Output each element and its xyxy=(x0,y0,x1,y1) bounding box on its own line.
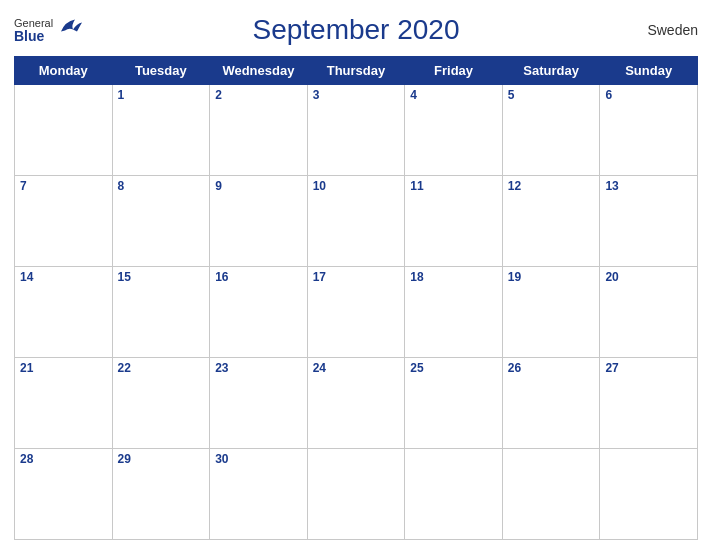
day-number: 11 xyxy=(410,179,423,193)
calendar-day-cell xyxy=(307,449,405,540)
logo-bird-icon xyxy=(55,18,83,36)
calendar-day-cell: 9 xyxy=(210,176,308,267)
calendar-day-cell: 24 xyxy=(307,358,405,449)
calendar-page: General Blue September 2020 Sweden Monda… xyxy=(0,0,712,550)
calendar-day-cell: 27 xyxy=(600,358,698,449)
day-number: 10 xyxy=(313,179,326,193)
calendar-day-cell: 18 xyxy=(405,267,503,358)
calendar-body: 1234567891011121314151617181920212223242… xyxy=(15,85,698,540)
weekday-wednesday: Wednesday xyxy=(210,57,308,85)
day-number: 21 xyxy=(20,361,33,375)
weekday-friday: Friday xyxy=(405,57,503,85)
calendar-day-cell xyxy=(600,449,698,540)
day-number: 18 xyxy=(410,270,423,284)
calendar-day-cell: 8 xyxy=(112,176,210,267)
logo-blue-text: Blue xyxy=(14,29,53,43)
calendar-day-cell: 11 xyxy=(405,176,503,267)
calendar-day-cell xyxy=(405,449,503,540)
day-number: 5 xyxy=(508,88,515,102)
weekday-sunday: Sunday xyxy=(600,57,698,85)
day-number: 13 xyxy=(605,179,618,193)
calendar-day-cell: 16 xyxy=(210,267,308,358)
calendar-day-cell: 12 xyxy=(502,176,600,267)
calendar-day-cell: 22 xyxy=(112,358,210,449)
day-number: 28 xyxy=(20,452,33,466)
day-number: 22 xyxy=(118,361,131,375)
calendar-day-cell xyxy=(502,449,600,540)
weekday-tuesday: Tuesday xyxy=(112,57,210,85)
day-number: 9 xyxy=(215,179,222,193)
calendar-day-cell: 1 xyxy=(112,85,210,176)
day-number: 8 xyxy=(118,179,125,193)
calendar-day-cell: 19 xyxy=(502,267,600,358)
day-number: 7 xyxy=(20,179,27,193)
calendar-day-cell: 21 xyxy=(15,358,113,449)
calendar-day-cell: 30 xyxy=(210,449,308,540)
calendar-day-cell: 10 xyxy=(307,176,405,267)
calendar-week-row: 14151617181920 xyxy=(15,267,698,358)
day-number: 14 xyxy=(20,270,33,284)
calendar-title: September 2020 xyxy=(252,14,459,46)
calendar-week-row: 123456 xyxy=(15,85,698,176)
calendar-table: Monday Tuesday Wednesday Thursday Friday… xyxy=(14,56,698,540)
calendar-header-row: Monday Tuesday Wednesday Thursday Friday… xyxy=(15,57,698,85)
calendar-day-cell: 23 xyxy=(210,358,308,449)
calendar-day-cell: 4 xyxy=(405,85,503,176)
weekday-monday: Monday xyxy=(15,57,113,85)
weekday-header-row: Monday Tuesday Wednesday Thursday Friday… xyxy=(15,57,698,85)
day-number: 6 xyxy=(605,88,612,102)
calendar-week-row: 78910111213 xyxy=(15,176,698,267)
day-number: 1 xyxy=(118,88,125,102)
calendar-day-cell xyxy=(15,85,113,176)
day-number: 12 xyxy=(508,179,521,193)
day-number: 2 xyxy=(215,88,222,102)
day-number: 30 xyxy=(215,452,228,466)
calendar-day-cell: 25 xyxy=(405,358,503,449)
calendar-day-cell: 17 xyxy=(307,267,405,358)
day-number: 20 xyxy=(605,270,618,284)
day-number: 26 xyxy=(508,361,521,375)
day-number: 17 xyxy=(313,270,326,284)
calendar-day-cell: 3 xyxy=(307,85,405,176)
generalblue-logo: General Blue xyxy=(14,18,83,43)
day-number: 3 xyxy=(313,88,320,102)
day-number: 19 xyxy=(508,270,521,284)
weekday-saturday: Saturday xyxy=(502,57,600,85)
calendar-day-cell: 29 xyxy=(112,449,210,540)
day-number: 24 xyxy=(313,361,326,375)
calendar-day-cell: 14 xyxy=(15,267,113,358)
calendar-day-cell: 6 xyxy=(600,85,698,176)
day-number: 4 xyxy=(410,88,417,102)
calendar-header: General Blue September 2020 Sweden xyxy=(14,10,698,50)
weekday-thursday: Thursday xyxy=(307,57,405,85)
country-label: Sweden xyxy=(647,22,698,38)
calendar-day-cell: 5 xyxy=(502,85,600,176)
calendar-day-cell: 13 xyxy=(600,176,698,267)
calendar-day-cell: 28 xyxy=(15,449,113,540)
day-number: 25 xyxy=(410,361,423,375)
calendar-day-cell: 26 xyxy=(502,358,600,449)
calendar-day-cell: 20 xyxy=(600,267,698,358)
day-number: 23 xyxy=(215,361,228,375)
calendar-day-cell: 2 xyxy=(210,85,308,176)
day-number: 16 xyxy=(215,270,228,284)
calendar-week-row: 21222324252627 xyxy=(15,358,698,449)
day-number: 29 xyxy=(118,452,131,466)
day-number: 27 xyxy=(605,361,618,375)
calendar-day-cell: 7 xyxy=(15,176,113,267)
calendar-day-cell: 15 xyxy=(112,267,210,358)
calendar-week-row: 282930 xyxy=(15,449,698,540)
day-number: 15 xyxy=(118,270,131,284)
